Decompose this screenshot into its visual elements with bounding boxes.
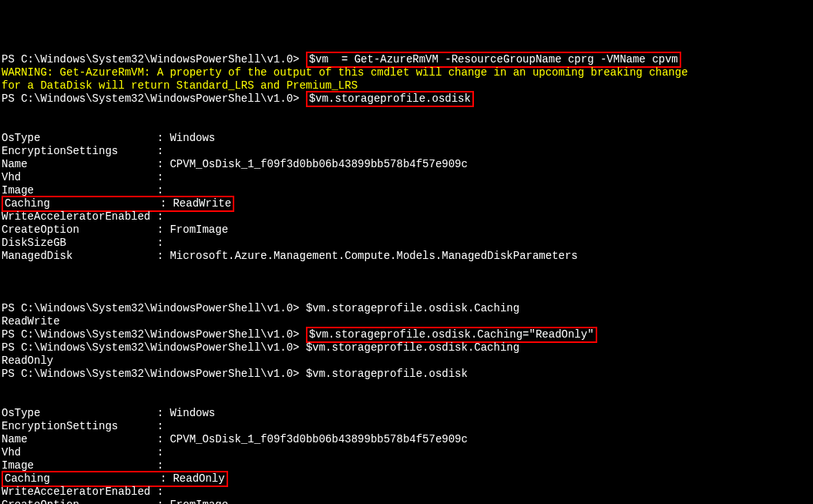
output-row: EncryptionSettings : (2, 420, 811, 433)
property-label: WriteAcceleratorEnabled (2, 486, 150, 498)
output-row: OsType : Windows (2, 132, 811, 145)
property-label: OsType (2, 132, 40, 144)
property-value: Microsoft.Azure.Management.Compute.Model… (170, 250, 577, 262)
blank-line (2, 263, 811, 276)
property-value: ReadWrite (173, 197, 231, 210)
prompt-path: PS C:\Windows\System32\WindowsPowerShell… (2, 92, 306, 105)
property-label: CreateOption (2, 499, 79, 504)
prompt-path: PS C:\Windows\System32\WindowsPowerShell… (2, 328, 306, 341)
command-3: $vm.storageprofile.osdisk.Caching (306, 302, 519, 314)
property-value: Windows (170, 132, 215, 144)
blank-line (2, 289, 811, 302)
property-value: Windows (170, 407, 215, 419)
property-value: CPVM_OsDisk_1_f09f3d0bb06b43899bb578b4f5… (170, 433, 467, 445)
output-row: ManagedDisk : Microsoft.Azure.Management… (2, 250, 811, 263)
property-label: Name (2, 158, 28, 170)
output-row: WriteAcceleratorEnabled : (2, 486, 811, 499)
prompt-path: PS C:\Windows\System32\WindowsPowerShell… (2, 302, 306, 314)
command-5: $vm.storageprofile.osdisk.Caching (306, 341, 519, 354)
property-value: FromImage (170, 223, 228, 236)
caching-highlight-1: Caching : ReadWrite (2, 196, 234, 212)
blank-line (2, 106, 811, 119)
command-4: $vm.storageprofile.osdisk.Caching="ReadO… (309, 328, 594, 341)
property-label: Vhd (2, 446, 21, 459)
property-label: ManagedDisk (2, 250, 72, 262)
caching-highlight-2: Caching : ReadOnly (2, 471, 228, 487)
output-row: Name : CPVM_OsDisk_1_f09f3d0bb06b43899bb… (2, 433, 811, 446)
command-4-highlight: $vm.storageprofile.osdisk.Caching="ReadO… (306, 327, 597, 343)
property-label: Caching (5, 472, 50, 485)
output-row: CreateOption : FromImage (2, 499, 811, 504)
output-row: Caching : ReadOnly (2, 472, 811, 486)
property-label: EncryptionSettings (2, 420, 118, 432)
blank-line (2, 119, 811, 132)
property-label: Name (2, 433, 28, 445)
property-label: Image (2, 459, 34, 472)
property-label: OsType (2, 407, 40, 419)
blank-line (2, 381, 811, 394)
property-label: Image (2, 184, 34, 197)
prompt-path: PS C:\Windows\System32\WindowsPowerShell… (2, 53, 306, 66)
output-row: WriteAcceleratorEnabled : (2, 210, 811, 223)
command-2: $vm.storageprofile.osdisk (309, 92, 471, 105)
output-row: Vhd : (2, 446, 811, 459)
property-label: Caching (5, 197, 50, 210)
property-value: CPVM_OsDisk_1_f09f3d0bb06b43899bb578b4f5… (170, 158, 467, 170)
command-6: $vm.storageprofile.osdisk (306, 368, 468, 380)
warning-line-1: WARNING: Get-AzureRmVM: A property of th… (2, 66, 811, 79)
output-row: DiskSizeGB : (2, 237, 811, 250)
caching-output-2: ReadOnly (2, 354, 811, 368)
property-value: FromImage (170, 499, 228, 504)
property-value: ReadOnly (173, 472, 224, 485)
property-label: Vhd (2, 171, 21, 183)
output-row: EncryptionSettings : (2, 145, 811, 158)
command-1: $vm = Get-AzureRmVM -ResourceGroupName c… (309, 53, 678, 66)
output-row: Name : CPVM_OsDisk_1_f09f3d0bb06b43899bb… (2, 158, 811, 171)
property-label: WriteAcceleratorEnabled (2, 210, 150, 223)
property-label: EncryptionSettings (2, 145, 118, 157)
prompt-path: PS C:\Windows\System32\WindowsPowerShell… (2, 341, 306, 354)
property-label: DiskSizeGB (2, 237, 66, 249)
output-row: OsType : Windows (2, 407, 811, 420)
output-row: CreateOption : FromImage (2, 223, 811, 237)
terminal-content[interactable]: PS C:\Windows\System32\WindowsPowerShell… (2, 53, 811, 504)
command-1-highlight: $vm = Get-AzureRmVM -ResourceGroupName c… (306, 52, 681, 68)
blank-line (2, 276, 811, 289)
output-row: Vhd : (2, 171, 811, 184)
command-2-highlight: $vm.storageprofile.osdisk (306, 91, 474, 107)
prompt-path: PS C:\Windows\System32\WindowsPowerShell… (2, 368, 306, 380)
property-label: CreateOption (2, 223, 79, 236)
blank-line (2, 394, 811, 407)
output-row: Caching : ReadWrite (2, 197, 811, 210)
